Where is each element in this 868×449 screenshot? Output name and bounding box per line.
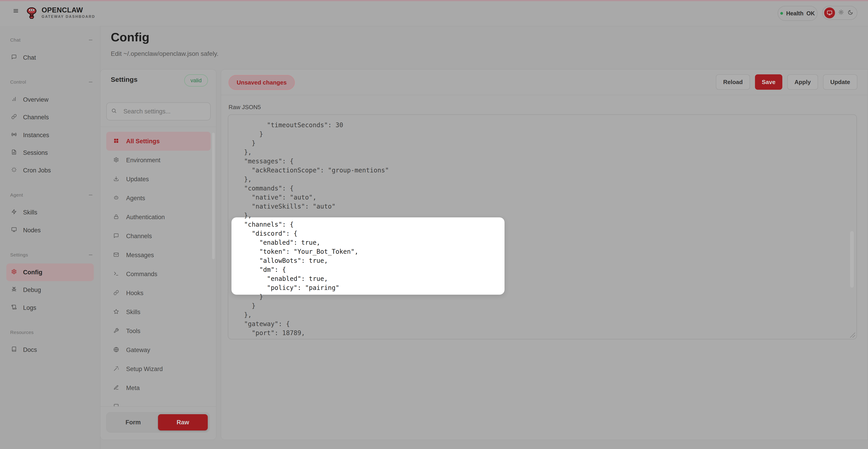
sidebar-item-label: Nodes xyxy=(23,227,41,234)
settings-item-messages[interactable]: Messages xyxy=(100,246,216,265)
code-line: "ackReactionScope": "group-mentions" xyxy=(237,166,847,175)
theme-dark-button[interactable] xyxy=(848,10,853,16)
collapse-minus-icon xyxy=(88,37,93,43)
sun-icon xyxy=(838,9,844,15)
settings-item-label: Updates xyxy=(126,176,149,183)
file-text-icon xyxy=(11,149,18,156)
settings-scrollbar-thumb[interactable] xyxy=(212,133,215,259)
code-line: } xyxy=(237,139,847,148)
loader-icon xyxy=(11,167,18,174)
reload-button[interactable]: Reload xyxy=(716,74,750,90)
settings-item-label: Agents xyxy=(126,195,145,202)
settings-item-all-settings[interactable]: All Settings xyxy=(106,132,211,151)
sidebar-item-instances[interactable]: Instances xyxy=(0,126,100,144)
settings-item-clipped[interactable] xyxy=(100,397,216,406)
sidebar-section-chat[interactable]: Chat xyxy=(10,37,93,43)
star-icon xyxy=(114,309,120,316)
sidebar-item-label: Cron Jobs xyxy=(23,167,51,174)
settings-item-skills[interactable]: Skills xyxy=(100,302,216,322)
sidebar-item-nodes[interactable]: Nodes xyxy=(0,221,100,239)
chat-bubble-icon xyxy=(11,54,18,61)
update-button[interactable]: Update xyxy=(823,74,857,90)
theme-switcher xyxy=(822,6,857,20)
zap-icon xyxy=(11,209,18,216)
mail-icon xyxy=(114,252,120,258)
settings-item-label: Tools xyxy=(126,328,141,335)
resize-grip-icon[interactable] xyxy=(849,332,855,338)
sidebar-item-logs[interactable]: Logs xyxy=(0,299,100,317)
settings-item-hooks[interactable]: Hooks xyxy=(100,284,216,302)
form-view-button[interactable]: Form xyxy=(108,414,158,430)
theme-light-button[interactable] xyxy=(838,9,844,17)
book-icon xyxy=(11,346,18,353)
sidebar-item-config[interactable]: Config xyxy=(6,263,94,281)
lobster-logo-icon xyxy=(26,7,37,20)
settings-item-authentication[interactable]: Authentication xyxy=(100,208,216,227)
settings-item-gateway[interactable]: Gateway xyxy=(100,341,216,359)
apply-button[interactable]: Apply xyxy=(787,74,818,90)
editor-scrollbar-thumb[interactable] xyxy=(850,231,854,288)
section-label: Settings xyxy=(10,252,28,258)
settings-item-label: Meta xyxy=(126,385,140,392)
download-icon xyxy=(114,176,120,183)
sidebar-item-channels[interactable]: Channels xyxy=(0,108,100,126)
gear-icon xyxy=(114,157,120,164)
settings-item-channels[interactable]: Channels xyxy=(100,227,216,246)
health-label: Health OK xyxy=(786,10,815,17)
monitor-icon xyxy=(827,10,833,16)
sidebar-item-docs[interactable]: Docs xyxy=(0,341,100,359)
sidebar-item-label: Docs xyxy=(23,346,37,353)
code-line-highlighted: "enabled": true, xyxy=(237,274,847,283)
settings-item-commands[interactable]: Commands xyxy=(100,265,216,284)
divider xyxy=(100,127,216,127)
raw-view-button[interactable]: Raw xyxy=(158,414,208,430)
page-title: Config xyxy=(111,30,149,44)
health-status-badge: Health OK xyxy=(778,6,817,21)
settings-search xyxy=(106,102,211,121)
raw-json-editor[interactable]: "timeoutSeconds": 30 } } }, "messages": … xyxy=(228,114,857,340)
app-title: OPENCLAW xyxy=(41,6,95,14)
save-button[interactable]: Save xyxy=(755,74,782,90)
section-label: Resources xyxy=(10,330,34,335)
sidebar-section-resources: Resources xyxy=(10,329,93,336)
sidebar-item-chat[interactable]: Chat xyxy=(0,49,100,66)
sidebar-section-agent[interactable]: Agent xyxy=(10,192,93,198)
gear-icon xyxy=(11,269,18,276)
settings-item-tools[interactable]: Tools xyxy=(100,322,216,341)
divider xyxy=(100,406,216,407)
code-line-highlighted: "allowBots": true, xyxy=(237,256,847,265)
settings-item-setup-wizard[interactable]: Setup Wizard xyxy=(100,359,216,379)
code-line: }, xyxy=(237,311,847,320)
terminal-icon xyxy=(114,271,120,278)
valid-status-badge: valid xyxy=(184,74,208,87)
grid-icon xyxy=(114,138,120,145)
sidebar-item-debug[interactable]: Debug xyxy=(0,281,100,299)
sidebar-section-control[interactable]: Control xyxy=(10,78,93,86)
sidebar-item-overview[interactable]: Overview xyxy=(0,91,100,108)
settings-item-updates[interactable]: Updates xyxy=(100,170,216,189)
collapse-minus-icon xyxy=(88,79,93,85)
monitor-icon xyxy=(11,227,18,234)
code-line: "mode": "local" xyxy=(237,338,847,340)
settings-item-agents[interactable]: Agents xyxy=(100,189,216,208)
settings-item-meta[interactable]: Meta xyxy=(100,379,216,397)
sidebar-item-cron-jobs[interactable]: Cron Jobs xyxy=(0,162,100,179)
globe-icon xyxy=(114,347,120,353)
link-icon xyxy=(11,114,18,121)
sidebar-item-label: Sessions xyxy=(23,149,48,156)
settings-item-label: Messages xyxy=(126,252,154,259)
search-input[interactable] xyxy=(123,108,206,115)
settings-item-label: Setup Wizard xyxy=(126,365,163,373)
sidebar-item-skills[interactable]: Skills xyxy=(0,203,100,221)
sidebar-item-sessions[interactable]: Sessions xyxy=(0,144,100,162)
unsaved-changes-badge: Unsaved changes xyxy=(228,75,295,90)
theme-system-button[interactable] xyxy=(824,7,835,18)
sidebar-item-label: Debug xyxy=(23,287,41,293)
sidebar-section-settings[interactable]: Settings xyxy=(10,252,93,258)
menu-button[interactable] xyxy=(13,8,23,18)
code-line: } xyxy=(237,292,847,301)
settings-item-environment[interactable]: Environment xyxy=(100,151,216,170)
editor-action-bar: Unsaved changes Reload Save Apply Update xyxy=(221,69,868,95)
sidebar-item-label: Config xyxy=(23,269,42,276)
view-mode-toggle: Form Raw xyxy=(106,412,210,432)
